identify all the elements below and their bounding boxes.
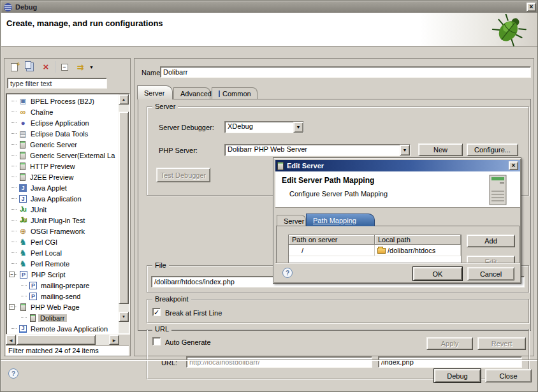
tree-item[interactable]: JJava Application (7, 193, 119, 204)
tree-item[interactable]: Pmailing-send (7, 291, 119, 301)
close-icon: × (530, 3, 534, 11)
new-config-icon: + (11, 63, 18, 71)
php-server-combo[interactable]: Dolibarr PHP Web Server ▼ (224, 144, 411, 156)
tree-connector (11, 220, 17, 221)
new-config-button[interactable]: + (7, 61, 21, 73)
osgi-icon: ⊕ (18, 227, 28, 236)
dialog-tab-content: Path on server Local path / /dolibarr/ht… (276, 226, 520, 263)
tree-connector (21, 317, 27, 318)
tree-item[interactable]: ▤Eclipse Data Tools (7, 128, 119, 139)
close-button[interactable]: Close (485, 369, 532, 382)
grid-icon (219, 91, 220, 97)
name-input[interactable] (160, 66, 531, 78)
tree-item[interactable]: ♞Perl Remote (7, 258, 119, 269)
tree-item-label: JUnit Plug-in Test (29, 217, 87, 224)
scrollbar-thumb[interactable] (17, 335, 96, 345)
dialog-tab-path-mapping[interactable]: Path Mapping (306, 214, 375, 226)
filter-menu-arrow[interactable]: ▼ (89, 65, 94, 69)
tree-item-label: Java Application (29, 195, 84, 203)
scroll-right-button[interactable]: ▶ (109, 335, 119, 345)
tree-connector (11, 242, 17, 242)
ok-button[interactable]: OK (413, 267, 462, 280)
break-first-line-label: Break at First Line (165, 309, 222, 317)
tree-item[interactable]: J2EE Preview (7, 171, 119, 182)
tree-connector (15, 274, 17, 275)
scroll-left-button[interactable]: ◀ (6, 335, 16, 345)
tree-item[interactable]: ♞Perl Local (7, 247, 119, 258)
server-icon (20, 152, 25, 159)
column-path-on-server[interactable]: Path on server (289, 235, 375, 245)
configure-server-button[interactable]: Configure... (467, 143, 518, 156)
tree-item[interactable]: Generic Server(External La (7, 150, 119, 161)
collapse-toggle-icon[interactable]: − (9, 304, 15, 310)
bpel-process-icon: ▣ (18, 97, 28, 105)
window-close-button[interactable]: × (527, 3, 536, 11)
dropdown-arrow-icon[interactable]: ▼ (293, 122, 303, 133)
php-file-icon: P (29, 293, 37, 300)
window-title: Debug (15, 3, 37, 11)
cancel-button[interactable]: Cancel (467, 267, 514, 280)
tree-item-label: Eclipse Data Tools (29, 130, 90, 138)
tree-connector (11, 112, 17, 112)
filter-input[interactable] (7, 78, 107, 89)
tree-item[interactable]: ⊕OSGi Framework (7, 226, 119, 236)
url-path-input[interactable] (378, 356, 522, 368)
remote-java-icon: J (19, 325, 27, 333)
debug-button[interactable]: Debug (434, 369, 481, 382)
help-button[interactable]: ? (8, 368, 18, 379)
column-local-path[interactable]: Local path (375, 235, 461, 245)
dialog-titlebar: Edit Server × (275, 160, 520, 171)
tree-item-label: Generic Server(External La (28, 152, 117, 159)
dialog-tab-server[interactable]: Server (277, 215, 306, 226)
auto-generate-label: Auto Generate (165, 338, 211, 346)
config-tree[interactable]: ▣BPEL Process (B2J)∞Chaîne●Eclipse Appli… (7, 96, 119, 334)
tree-item[interactable]: JJava Applet (7, 182, 119, 193)
dropdown-arrow-icon[interactable]: ▼ (400, 145, 410, 156)
tree-item[interactable]: ∞Chaîne (7, 106, 119, 117)
tree-item[interactable]: ●Eclipse Application (7, 117, 119, 128)
php-server-value: Dolibarr PHP Web Server (225, 145, 400, 156)
tree-item-label: BPEL Process (B2J) (29, 98, 96, 105)
filter-icon: ⇉ (77, 62, 84, 72)
tree-item[interactable]: HTTP Preview (7, 161, 119, 171)
tree-item-label: Chaîne (29, 108, 55, 116)
auto-generate-checkbox[interactable] (152, 337, 161, 345)
tree-item[interactable]: JRemote Java Application (7, 323, 119, 334)
add-mapping-button[interactable]: Add (467, 235, 515, 247)
tree-item[interactable]: Pmailing-prepare (7, 280, 119, 291)
tree-connector (11, 144, 17, 145)
config-toolbar: + × − ⇉ ▼ (7, 61, 94, 73)
tree-item[interactable]: −PPHP Script (7, 269, 119, 280)
scrollbar-thumb[interactable] (119, 112, 129, 304)
tab-common[interactable]: Common (212, 87, 258, 99)
filter-button[interactable]: ⇉ (73, 61, 87, 73)
dialog-button-bar: ? OK Cancel (275, 263, 520, 282)
collapse-toggle-icon[interactable]: − (9, 272, 15, 277)
tab-server[interactable]: Server (137, 85, 173, 99)
tree-item[interactable]: Dolibarr (7, 312, 119, 323)
scroll-up-button[interactable]: ▲ (119, 94, 129, 105)
server-group-label: Server (152, 103, 178, 110)
delete-config-button[interactable]: × (39, 61, 53, 73)
server-image (486, 174, 510, 206)
break-first-line-checkbox[interactable]: ✓ (152, 308, 161, 316)
window-titlebar: Debug × (1, 1, 538, 13)
tree-item[interactable]: −PHP Web Page (7, 301, 119, 312)
tree-item[interactable]: JuJUnit Plug-in Test (7, 215, 119, 226)
new-server-button[interactable]: New (418, 143, 463, 156)
table-row[interactable]: / /dolibarr/htdocs (289, 245, 461, 256)
tab-advanced[interactable]: Advanced (173, 87, 210, 99)
scroll-down-button[interactable]: ▼ (119, 312, 129, 322)
dialog-help-button[interactable]: ? (282, 268, 293, 278)
server-debugger-label: Server Debugger: (159, 124, 214, 131)
server-icon (20, 173, 25, 181)
local-path-cell: /dolibarr/htdocs (375, 245, 461, 256)
tree-item[interactable]: Generic Server (7, 139, 119, 150)
duplicate-config-button[interactable] (23, 61, 37, 73)
collapse-all-button[interactable]: − (57, 61, 71, 73)
dialog-close-button[interactable]: × (509, 161, 518, 170)
server-debugger-combo[interactable]: XDebug ▼ (224, 121, 304, 133)
tree-item[interactable]: ▣BPEL Process (B2J) (7, 96, 119, 106)
tree-item[interactable]: ♞Perl CGI (7, 236, 119, 247)
tree-item[interactable]: JuJUnit (7, 204, 119, 215)
